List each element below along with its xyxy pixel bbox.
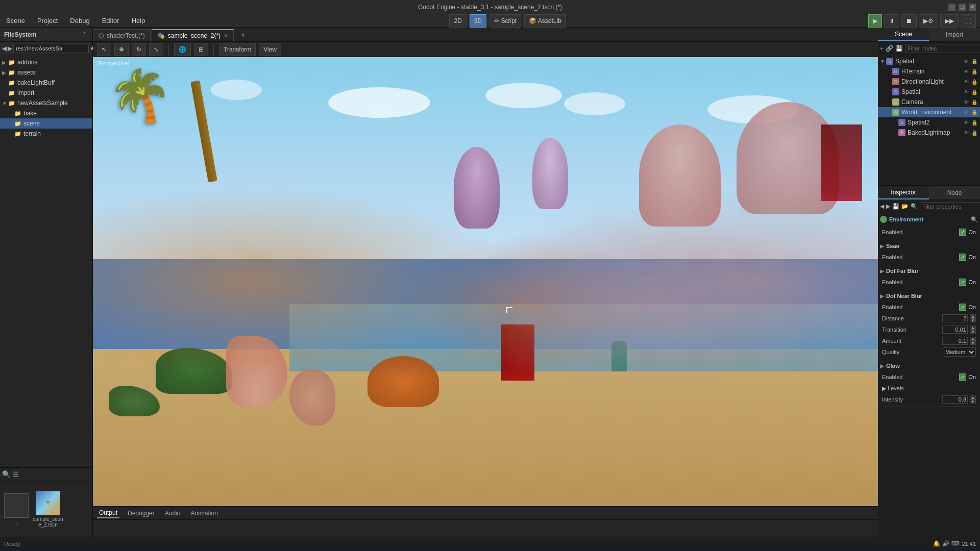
dof-far-blur-section-header[interactable]: ▶ Dof Far Blur bbox=[880, 265, 978, 277]
insp-tab-inspector[interactable]: Inspector bbox=[878, 186, 929, 199]
menu-debug[interactable]: Debug bbox=[68, 16, 91, 26]
filesystem-menu-button[interactable]: ⋮ bbox=[80, 31, 88, 39]
glow-enabled-checkbox[interactable]: ✓ bbox=[959, 373, 966, 381]
local-space-button[interactable]: 🌐 bbox=[174, 43, 191, 56]
move-tool-button[interactable]: ✥ bbox=[114, 43, 129, 56]
insp-history-back-button[interactable]: ◀ bbox=[880, 202, 884, 211]
assetlib-button[interactable]: 📦 AssetLib bbox=[524, 14, 566, 28]
fs-back-button[interactable]: ◀ bbox=[2, 43, 7, 54]
baked-lightmap-visibility-button[interactable]: 👁 bbox=[963, 129, 970, 136]
tab-add-button[interactable]: + bbox=[237, 29, 249, 41]
stop-button[interactable]: ⏹ bbox=[901, 14, 917, 28]
transform-button[interactable]: Transform bbox=[219, 43, 256, 56]
close-button[interactable]: ✕ bbox=[969, 4, 976, 11]
insp-tab-node[interactable]: Node bbox=[929, 186, 980, 199]
play-scene-button[interactable]: ▶▶ bbox=[940, 14, 959, 28]
scene-save-button[interactable]: 💾 bbox=[895, 43, 903, 54]
spatial-child-visibility-button[interactable]: 👁 bbox=[963, 88, 970, 95]
fs-item-terrain[interactable]: ▶ 📁 terrain bbox=[0, 129, 92, 139]
script-button[interactable]: ✏ Script bbox=[489, 14, 521, 28]
si-tab-scene[interactable]: Scene bbox=[878, 28, 929, 41]
menu-help[interactable]: Help bbox=[130, 16, 148, 26]
fs-item-assets[interactable]: ▶ 📁 assets bbox=[0, 67, 92, 78]
world-env-visibility-button[interactable]: 👁 bbox=[963, 109, 970, 116]
fs-item-bake[interactable]: ▶ 📁 bake bbox=[0, 108, 92, 118]
dof-near-amount-input[interactable] bbox=[942, 337, 968, 345]
directional-light-lock-button[interactable]: 🔒 bbox=[971, 78, 978, 85]
fs-item-addons[interactable]: ▶ 📁 addons bbox=[0, 57, 92, 67]
fullscreen-button[interactable]: ⛶ bbox=[961, 14, 976, 28]
spatial2-lock-button[interactable]: 🔒 bbox=[971, 119, 978, 126]
fs-list-button[interactable]: ☰ bbox=[13, 470, 19, 478]
tab-shadertest[interactable]: ⬡ shaderTest.(*) bbox=[93, 29, 151, 41]
dof-near-blur-section-header[interactable]: ▶ Dof Near Blur bbox=[880, 290, 978, 302]
thumb-sample-scene[interactable]: 🌴 sample_scene_2.tscn bbox=[33, 491, 63, 528]
dof-near-transition-down[interactable]: ▼ bbox=[970, 330, 976, 334]
filter-nodes-input[interactable] bbox=[905, 44, 980, 53]
dof-near-enabled-checkbox[interactable]: ✓ bbox=[959, 304, 966, 311]
viewport[interactable]: [Perspective] bbox=[93, 57, 878, 506]
env-enabled-checkbox[interactable]: ✓ bbox=[959, 229, 966, 236]
fs-search-button[interactable]: 🔍 bbox=[2, 470, 11, 478]
scene-node-spatial2[interactable]: ▶ S Spatial2 👁 🔒 bbox=[878, 117, 980, 128]
tab-sample-scene[interactable]: 🎭 sample_scene_2(*) ✕ bbox=[152, 29, 234, 41]
dof-near-transition-input[interactable] bbox=[942, 325, 968, 334]
mode-3d-button[interactable]: 3D bbox=[470, 14, 486, 28]
pause-button[interactable]: ⏸ bbox=[884, 14, 899, 28]
scene-node-hterrain[interactable]: ▶ H HTerrain 👁 🔒 bbox=[878, 66, 980, 77]
fs-item-scene[interactable]: ▶ 📁 scene bbox=[0, 118, 92, 129]
menu-scene[interactable]: Scene bbox=[4, 16, 27, 26]
fs-path-input[interactable] bbox=[13, 44, 89, 53]
dof-near-quality-select[interactable]: Low Medium High bbox=[943, 347, 976, 357]
insp-history-fwd-button[interactable]: ▶ bbox=[886, 202, 890, 211]
play-button[interactable]: ▶ bbox=[868, 14, 882, 28]
scale-tool-button[interactable]: ⤡ bbox=[149, 43, 163, 56]
node-visibility-button[interactable]: 👁 bbox=[963, 58, 970, 65]
scene-add-node-button[interactable]: + bbox=[880, 43, 884, 54]
mode-2d-button[interactable]: 2D bbox=[449, 14, 466, 28]
fs-forward-button[interactable]: ▶ bbox=[8, 43, 12, 54]
menu-project[interactable]: Project bbox=[35, 16, 60, 26]
hterrain-visibility-button[interactable]: 👁 bbox=[963, 68, 970, 75]
spatial-child-lock-button[interactable]: 🔒 bbox=[971, 88, 978, 95]
play-custom-button[interactable]: ▶⚙ bbox=[919, 14, 938, 28]
dof-far-enabled-checkbox[interactable]: ✓ bbox=[959, 279, 966, 286]
rotate-tool-button[interactable]: ↻ bbox=[132, 43, 146, 56]
maximize-button[interactable]: □ bbox=[959, 4, 966, 11]
ssao-enabled-checkbox[interactable]: ✓ bbox=[959, 254, 966, 261]
fs-item-newassetssample[interactable]: ▼ 📁 newAssetsSample bbox=[0, 98, 92, 108]
baked-lightmap-lock-button[interactable]: 🔒 bbox=[971, 129, 978, 136]
dof-near-amount-down[interactable]: ▼ bbox=[970, 341, 976, 345]
bottom-tab-animation[interactable]: Animation bbox=[188, 509, 219, 518]
inspector-search-input[interactable] bbox=[920, 202, 980, 211]
directional-light-visibility-button[interactable]: 👁 bbox=[963, 78, 970, 85]
snap-button[interactable]: ⊞ bbox=[194, 43, 208, 56]
bottom-tab-output[interactable]: Output bbox=[97, 508, 119, 518]
glow-intensity-input[interactable] bbox=[942, 395, 968, 404]
glow-section-header[interactable]: ▶ Glow bbox=[880, 360, 978, 371]
scene-node-spatial-child[interactable]: ▶ S Spatial 👁 🔒 bbox=[878, 87, 980, 97]
scene-node-camera[interactable]: ▶ C Camera 👁 🔒 bbox=[878, 97, 980, 107]
insp-save-button[interactable]: 💾 bbox=[892, 202, 899, 211]
camera-visibility-button[interactable]: 👁 bbox=[963, 98, 970, 106]
fs-item-bakelightbuff[interactable]: ▶ 📁 bakeLightBuff bbox=[0, 78, 92, 88]
bottom-tab-audio[interactable]: Audio bbox=[163, 509, 183, 518]
si-tab-import[interactable]: Import bbox=[929, 28, 980, 41]
menu-editor[interactable]: Editor bbox=[100, 16, 121, 26]
view-button[interactable]: View bbox=[259, 43, 281, 56]
world-env-lock-button[interactable]: 🔒 bbox=[971, 109, 978, 116]
camera-lock-button[interactable]: 🔒 bbox=[971, 98, 978, 106]
ssao-section-header[interactable]: ▶ Ssao bbox=[880, 240, 978, 252]
hterrain-lock-button[interactable]: 🔒 bbox=[971, 68, 978, 75]
scene-node-baked-lightmap[interactable]: ▶ B BakedLightmap 👁 🔒 bbox=[878, 128, 980, 138]
scene-link-button[interactable]: 🔗 bbox=[886, 43, 893, 54]
scene-node-spatial-root[interactable]: ▼ S Spatial 👁 🔒 bbox=[878, 56, 980, 66]
spatial2-visibility-button[interactable]: 👁 bbox=[963, 119, 970, 126]
node-lock-button[interactable]: 🔒 bbox=[971, 58, 978, 65]
scene-node-directional-light[interactable]: ▶ D DirectionalLight 👁 🔒 bbox=[878, 77, 980, 87]
bottom-tab-debugger[interactable]: Debugger bbox=[126, 509, 157, 518]
insp-search-env-button[interactable]: 🔍 bbox=[971, 216, 978, 223]
scene-node-world-environment[interactable]: ▶ W WorldEnvironment 👁 🔒 bbox=[878, 107, 980, 117]
dof-near-distance-input[interactable] bbox=[942, 314, 968, 322]
glow-intensity-down[interactable]: ▼ bbox=[970, 399, 976, 404]
